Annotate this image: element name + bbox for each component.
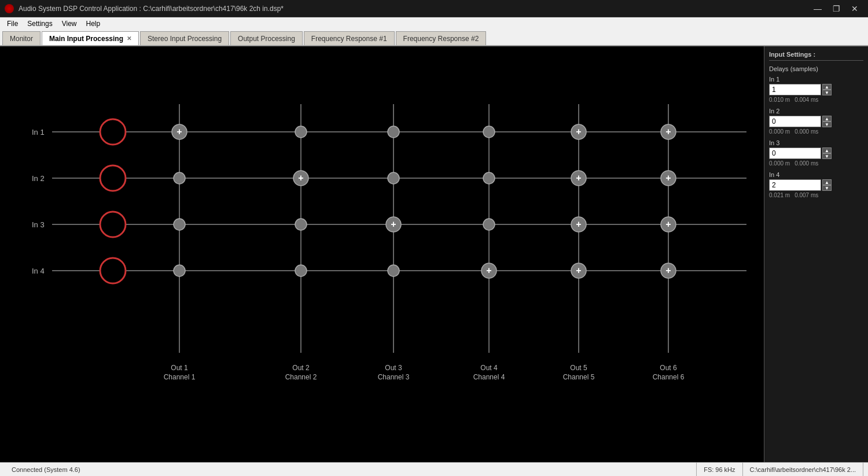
svg-point-43 xyxy=(388,265,399,276)
delay-label-in1: In 1 xyxy=(769,76,863,83)
tab-stereo-input[interactable]: Stereo Input Processing xyxy=(140,31,229,45)
spin-up-in3[interactable]: ▲ xyxy=(822,147,832,153)
svg-text:+: + xyxy=(486,265,491,275)
tab-freq2[interactable]: Frequency Response #2 xyxy=(396,31,487,45)
status-bar: Connected (System 4.6) FS: 96 kHz C:\car… xyxy=(0,462,868,476)
delay-input-in3[interactable] xyxy=(769,147,821,159)
out5-label: Out 5 xyxy=(570,364,587,372)
svg-text:+: + xyxy=(665,265,671,275)
spin-up-in4[interactable]: ▲ xyxy=(822,179,832,185)
svg-text:+: + xyxy=(391,219,396,229)
spin-up-in2[interactable]: ▲ xyxy=(822,116,832,121)
metric-ms-in1: 0.004 ms xyxy=(795,97,818,103)
title-bar: Audio System DSP Control Application : C… xyxy=(0,0,868,17)
out1-sublabel: Channel 1 xyxy=(164,373,196,381)
out4-label: Out 4 xyxy=(480,364,498,372)
out6-label: Out 6 xyxy=(660,364,677,372)
filepath-status: C:\carhifi\arbeitsordner\ch417\96k 2... xyxy=(743,463,863,476)
svg-point-30 xyxy=(100,212,126,237)
delay-metrics-in2: 0.000 m0.000 ms xyxy=(769,128,863,135)
metric-ms-in3: 0.000 ms xyxy=(795,160,818,167)
out3-sublabel: Channel 3 xyxy=(378,373,410,381)
svg-point-31 xyxy=(174,219,185,230)
out5-sublabel: Channel 5 xyxy=(563,373,595,381)
out1-label: Out 1 xyxy=(171,364,188,372)
svg-text:+: + xyxy=(576,127,581,136)
svg-point-32 xyxy=(295,219,307,230)
minimize-button[interactable]: — xyxy=(809,3,826,14)
svg-text:+: + xyxy=(576,265,581,275)
svg-text:+: + xyxy=(576,219,581,229)
spin-buttons-in2: ▲▼ xyxy=(822,116,832,127)
svg-point-40 xyxy=(100,258,126,283)
metric-m-in2: 0.000 m xyxy=(769,128,790,135)
spin-down-in3[interactable]: ▼ xyxy=(822,153,832,159)
svg-point-42 xyxy=(295,265,307,276)
main-content: + + + + + xyxy=(0,46,868,462)
input-settings-title: Input Settings : xyxy=(769,51,863,61)
svg-text:+: + xyxy=(176,127,182,136)
close-button[interactable]: ✕ xyxy=(846,3,863,14)
svg-point-10 xyxy=(100,119,126,145)
svg-text:+: + xyxy=(576,173,581,183)
svg-point-13 xyxy=(295,126,307,138)
delays-label: Delays (samples) xyxy=(769,65,863,72)
delay-row-in1: In 1▲▼0.010 m0.004 ms xyxy=(769,76,863,103)
tab-monitor[interactable]: Monitor xyxy=(2,31,41,45)
spin-down-in4[interactable]: ▼ xyxy=(822,185,832,191)
svg-point-25 xyxy=(483,172,495,184)
svg-point-21 xyxy=(174,172,185,184)
delay-input-in2[interactable] xyxy=(769,116,821,127)
metric-m-in1: 0.010 m xyxy=(769,97,790,103)
tab-main-input[interactable]: Main Input Processing✕ xyxy=(42,31,139,45)
window-title: Audio System DSP Control Application : C… xyxy=(19,5,809,13)
delay-input-in1[interactable] xyxy=(769,84,821,95)
in3-label: In 3 xyxy=(32,220,45,229)
delay-metrics-in3: 0.000 m0.000 ms xyxy=(769,160,863,167)
menu-item-file[interactable]: File xyxy=(2,19,23,29)
in4-label: In 4 xyxy=(32,267,45,275)
out3-label: Out 3 xyxy=(385,364,402,372)
input-settings-panel: Input Settings : Delays (samples) In 1▲▼… xyxy=(764,46,868,462)
tab-close-main-input[interactable]: ✕ xyxy=(127,35,131,42)
metric-ms-in4: 0.007 ms xyxy=(795,192,818,198)
delay-metrics-in1: 0.010 m0.004 ms xyxy=(769,97,863,103)
delay-input-row-in1: ▲▼ xyxy=(769,84,863,95)
svg-text:+: + xyxy=(298,173,303,183)
window-controls: — ❐ ✕ xyxy=(809,3,863,14)
out2-sublabel: Channel 2 xyxy=(285,373,317,381)
spin-down-in2[interactable]: ▼ xyxy=(822,121,832,127)
svg-point-14 xyxy=(388,126,399,138)
app-icon xyxy=(5,4,14,13)
tab-freq1[interactable]: Frequency Response #1 xyxy=(304,31,395,45)
menu-item-view[interactable]: View xyxy=(57,19,82,29)
delay-row-in3: In 3▲▼0.000 m0.000 ms xyxy=(769,139,863,167)
in1-label: In 1 xyxy=(32,128,45,136)
delay-row-in4: In 4▲▼0.021 m0.007 ms xyxy=(769,171,863,198)
connection-status: Connected (System 4.6) xyxy=(5,463,697,476)
restore-button[interactable]: ❐ xyxy=(827,3,845,14)
menu-item-help[interactable]: Help xyxy=(82,19,105,29)
spin-up-in1[interactable]: ▲ xyxy=(822,84,832,90)
out2-label: Out 2 xyxy=(292,364,310,372)
tab-output[interactable]: Output Processing xyxy=(230,31,303,45)
in2-label: In 2 xyxy=(32,174,45,183)
metric-ms-in2: 0.000 ms xyxy=(795,128,818,135)
svg-text:+: + xyxy=(665,127,671,136)
dsp-canvas: + + + + + xyxy=(0,46,764,462)
delay-input-row-in4: ▲▼ xyxy=(769,179,863,191)
tab-bar: MonitorMain Input Processing✕Stereo Inpu… xyxy=(0,30,868,46)
delay-label-in3: In 3 xyxy=(769,139,863,146)
delay-label-in4: In 4 xyxy=(769,171,863,178)
out6-sublabel: Channel 6 xyxy=(653,373,685,381)
svg-point-24 xyxy=(388,172,399,184)
spin-buttons-in1: ▲▼ xyxy=(822,84,832,95)
delay-row-in2: In 2▲▼0.000 m0.000 ms xyxy=(769,108,863,135)
svg-point-15 xyxy=(483,126,495,138)
delay-input-in4[interactable] xyxy=(769,179,821,191)
menu-item-settings[interactable]: Settings xyxy=(23,19,57,29)
out4-sublabel: Channel 4 xyxy=(473,373,505,381)
spin-buttons-in3: ▲▼ xyxy=(822,147,832,159)
delay-input-row-in3: ▲▼ xyxy=(769,147,863,159)
spin-down-in1[interactable]: ▼ xyxy=(822,90,832,95)
